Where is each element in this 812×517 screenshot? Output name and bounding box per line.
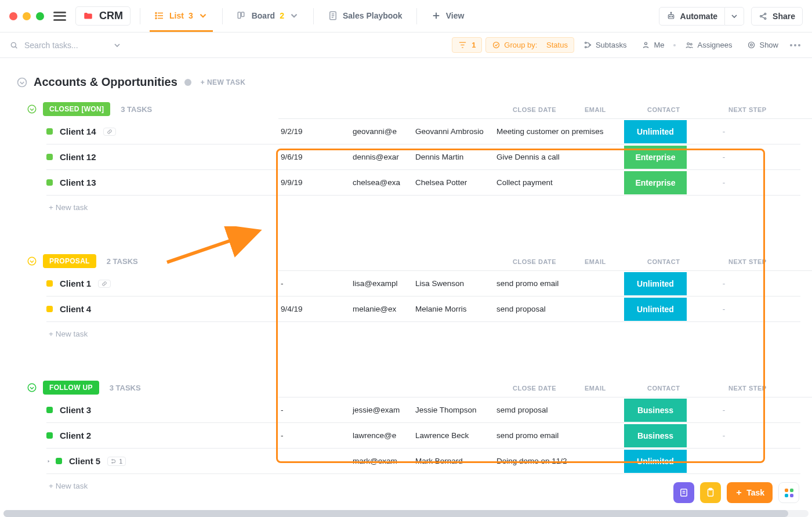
add-view-button[interactable]: View	[426, 0, 469, 32]
table-row[interactable]: Client 4 9/4/19 melanie@ex Melanie Morri…	[46, 297, 800, 322]
cell-close-date[interactable]: -	[278, 279, 348, 288]
new-task-button[interactable]: + New task	[46, 196, 800, 219]
cell-close-date[interactable]: -	[278, 457, 348, 465]
cell-next-step[interactable]: Give Dennis a call	[492, 153, 619, 161]
col-close-date[interactable]: CLOSE DATE	[510, 106, 580, 113]
cell-contact[interactable]: Mark Bernard	[411, 457, 492, 465]
cell-contact-title[interactable]: -	[689, 431, 759, 440]
cell-next-step[interactable]: Meeting customer on premises	[492, 127, 619, 136]
more-menu-icon[interactable]	[788, 42, 803, 49]
table-row[interactable]: Client 13 9/9/19 chelsea@exa Chelsea Pot…	[46, 170, 800, 196]
chevron-down-icon[interactable]	[113, 41, 122, 50]
cell-plan[interactable]: Unlimited	[619, 450, 689, 473]
task-name[interactable]: Client 4	[60, 304, 91, 314]
cell-email[interactable]: dennis@exar	[348, 153, 411, 161]
cell-next-step[interactable]: semd proposal	[492, 406, 619, 414]
task-name[interactable]: Client 14	[60, 126, 96, 136]
status-pill[interactable]: PROPOSAL	[43, 254, 96, 268]
table-row[interactable]: Client 12 9/6/19 dennis@exar Dennis Mart…	[46, 144, 800, 170]
col-close-date[interactable]: CLOSE DATE	[510, 385, 580, 392]
cell-contact-title[interactable]: -	[689, 127, 759, 136]
col-contact[interactable]: CONTACT	[643, 106, 724, 113]
tab-sales-playbook[interactable]: Sales Playbook	[323, 0, 407, 32]
group-collapse-icon[interactable]	[27, 256, 37, 266]
link-chip[interactable]	[98, 280, 111, 288]
cell-plan[interactable]: Business	[619, 424, 689, 447]
new-task-header-button[interactable]: + NEW TASK	[201, 78, 245, 86]
col-contact[interactable]: CONTACT	[643, 385, 724, 392]
window-zoom-icon[interactable]	[36, 12, 44, 20]
group-by-chip[interactable]: Group by: Status	[485, 37, 574, 53]
col-next-step[interactable]: NEXT STEP	[724, 385, 812, 392]
cell-next-step[interactable]: send promo email	[492, 279, 619, 288]
cell-email[interactable]: jessie@exam	[348, 406, 411, 414]
cell-email[interactable]: lisa@exampl	[348, 279, 411, 288]
cell-contact-title[interactable]: -	[689, 153, 759, 161]
cell-close-date[interactable]: 9/4/19	[278, 305, 348, 313]
expand-icon[interactable]	[46, 459, 51, 464]
subtask-chip[interactable]: 1	[107, 457, 126, 466]
tasks-search[interactable]	[9, 40, 131, 50]
cell-email[interactable]: mark@exam	[348, 457, 411, 465]
col-next-step[interactable]: NEXT STEP	[724, 106, 812, 113]
tab-list[interactable]: List 3	[150, 0, 213, 32]
task-name[interactable]: Client 3	[60, 405, 91, 415]
task-name[interactable]: Client 1	[60, 279, 91, 288]
fab-notepad[interactable]	[673, 482, 694, 503]
cell-plan[interactable]: Unlimited	[619, 298, 689, 321]
cell-next-step[interactable]: Collect payment	[492, 178, 619, 187]
cell-contact[interactable]: Lawrence Beck	[411, 431, 492, 440]
group-collapse-icon[interactable]	[27, 104, 37, 114]
task-name[interactable]: Client 12	[60, 152, 96, 162]
status-pill[interactable]: FOLLOW UP	[43, 381, 99, 395]
cell-plan[interactable]: Business	[619, 399, 689, 422]
cell-email[interactable]: melanie@ex	[348, 305, 411, 313]
table-row[interactable]: Client 14 9/2/19 geovanni@e Geovanni Amb…	[46, 119, 800, 144]
table-row[interactable]: Client 2 - lawrence@e Lawrence Beck send…	[46, 423, 800, 449]
task-name[interactable]: Client 2	[60, 431, 91, 440]
collapse-all-icon[interactable]	[16, 77, 28, 88]
window-minimize-icon[interactable]	[23, 12, 31, 20]
cell-contact-title[interactable]: -	[689, 457, 759, 465]
fab-apps[interactable]	[778, 482, 799, 503]
link-chip[interactable]	[103, 128, 116, 136]
cell-close-date[interactable]: 9/9/19	[278, 178, 348, 187]
info-icon[interactable]	[183, 78, 193, 87]
table-row[interactable]: Client 1 - lisa@exampl Lisa Swenson send…	[46, 271, 800, 297]
col-email[interactable]: EMAIL	[580, 385, 643, 392]
cell-email[interactable]: lawrence@e	[348, 431, 411, 440]
status-pill[interactable]: CLOSED [WON]	[43, 102, 110, 116]
automate-button[interactable]: Automate	[659, 7, 726, 26]
cell-close-date[interactable]: 9/2/19	[278, 127, 348, 136]
cell-plan[interactable]: Enterprise	[619, 146, 689, 169]
cell-close-date[interactable]: -	[278, 431, 348, 440]
cell-contact-title[interactable]: -	[689, 178, 759, 187]
automate-dropdown[interactable]	[725, 7, 744, 26]
window-close-icon[interactable]	[9, 12, 17, 20]
search-input[interactable]	[23, 40, 104, 50]
cell-email[interactable]: chelsea@exa	[348, 178, 411, 187]
horizontal-scrollbar[interactable]	[3, 510, 809, 517]
tab-board[interactable]: Board 2	[232, 0, 304, 32]
cell-plan[interactable]: Enterprise	[619, 171, 689, 194]
cell-contact[interactable]: Melanie Morris	[411, 305, 492, 313]
cell-plan[interactable]: Unlimited	[619, 272, 689, 295]
group-collapse-icon[interactable]	[27, 382, 37, 393]
col-email[interactable]: EMAIL	[580, 258, 643, 265]
cell-close-date[interactable]: -	[278, 406, 348, 414]
col-email[interactable]: EMAIL	[580, 106, 643, 113]
me-chip[interactable]: Me	[636, 38, 670, 52]
col-close-date[interactable]: CLOSE DATE	[510, 258, 580, 265]
cell-next-step[interactable]: send proposal	[492, 305, 619, 313]
cell-next-step[interactable]: Doing demo on 11/2	[492, 457, 619, 465]
cell-contact[interactable]: Chelsea Potter	[411, 178, 492, 187]
cell-contact-title[interactable]: -	[689, 406, 759, 414]
cell-contact[interactable]: Lisa Swenson	[411, 279, 492, 288]
cell-email[interactable]: geovanni@e	[348, 127, 411, 136]
cell-plan[interactable]: Unlimited	[619, 120, 689, 143]
main-menu-icon[interactable]	[53, 12, 66, 21]
col-contact[interactable]: CONTACT	[643, 258, 724, 265]
show-chip[interactable]: Show	[741, 38, 784, 52]
cell-close-date[interactable]: 9/6/19	[278, 153, 348, 161]
task-name[interactable]: Client 13	[60, 178, 96, 187]
